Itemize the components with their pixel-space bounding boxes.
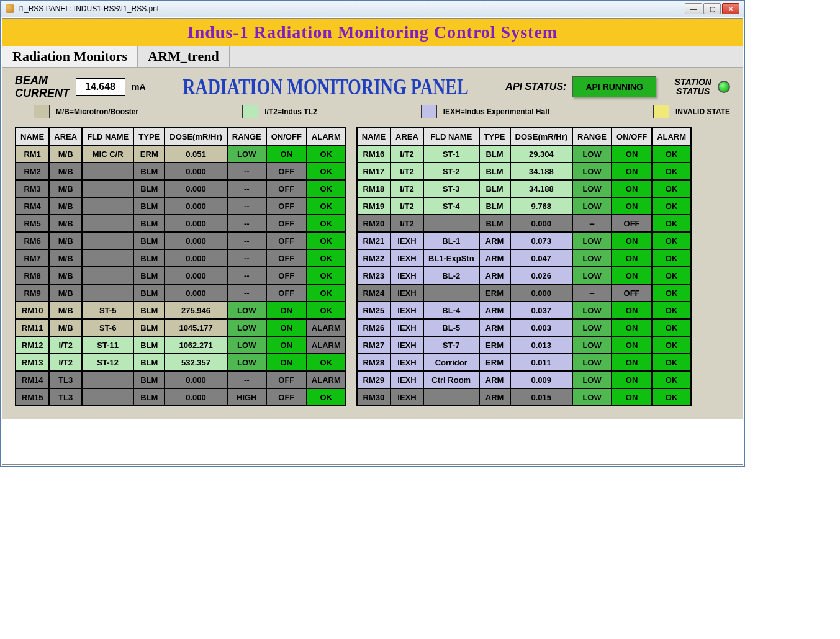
cell-fld: BL-5 (423, 319, 479, 336)
cell-dose: 0.000 (165, 215, 227, 232)
cell-area: TL3 (49, 388, 82, 406)
cell-onoff: ON (612, 180, 652, 197)
cell-fld: ST-12 (82, 354, 133, 371)
station-status-label: STATION STATUS (675, 78, 711, 97)
col-header-range: RANGE (227, 128, 266, 145)
table-row: RM30IEXHARM0.015LOWONOK (357, 388, 691, 406)
cell-type: ARM (479, 302, 510, 319)
cell-onoff: ON (612, 267, 652, 284)
cell-alarm: OK (307, 267, 346, 284)
cell-onoff: OFF (266, 197, 307, 215)
cell-onoff: OFF (612, 284, 652, 302)
cell-name: RM6 (16, 232, 49, 249)
cell-area: IEXH (391, 354, 423, 371)
cell-range: LOW (572, 145, 612, 163)
col-header-alarm: ALARM (652, 128, 691, 145)
cell-area: IEXH (391, 388, 423, 406)
col-header-type: TYPE (479, 128, 510, 145)
cell-type: BLM (133, 302, 165, 319)
cell-range: LOW (572, 336, 612, 354)
cell-fld (82, 180, 133, 197)
cell-name: RM24 (357, 284, 391, 302)
client-area[interactable]: Indus-1 Radiation Monitoring Control Sys… (2, 18, 743, 465)
table-row: RM29IEXHCtrl RoomARM0.009LOWONOK (357, 371, 691, 388)
cell-alarm: OK (307, 197, 346, 215)
cell-type: ARM (479, 371, 510, 388)
cell-dose: 0.000 (165, 180, 227, 197)
cell-area: IEXH (391, 336, 423, 354)
cell-onoff: OFF (266, 371, 307, 388)
app-icon (6, 4, 14, 13)
cell-range: -- (227, 180, 266, 197)
cell-fld: MIC C/R (82, 145, 133, 163)
cell-range: -- (227, 284, 266, 302)
legend-swatch-iexh (421, 105, 437, 118)
cell-alarm: OK (652, 284, 691, 302)
cell-type: BLM (479, 163, 510, 180)
table-row: RM24IEXHERM0.000--OFFOK (357, 284, 691, 302)
cell-name: RM27 (357, 336, 391, 354)
tab-arm-trend[interactable]: ARM_trend (138, 46, 229, 67)
minimize-button[interactable]: — (685, 3, 702, 14)
cell-area: I/T2 (391, 163, 423, 180)
cell-dose: 0.000 (165, 232, 227, 249)
cell-dose: 0.051 (165, 145, 227, 163)
cell-alarm: OK (307, 215, 346, 232)
cell-fld: BL1-ExpStn (423, 249, 479, 267)
tab-radiation-monitors[interactable]: Radiation Monitors (2, 46, 138, 67)
cell-name: RM12 (16, 336, 49, 354)
cell-fld: ST-5 (82, 302, 133, 319)
cell-range: LOW (572, 180, 612, 197)
cell-name: RM29 (357, 371, 391, 388)
cell-area: M/B (49, 302, 82, 319)
cell-alarm: OK (652, 215, 691, 232)
table-row: RM20I/T2BLM0.000--OFFOK (357, 215, 691, 232)
cell-area: IEXH (391, 232, 423, 249)
cell-range: LOW (227, 336, 266, 354)
station-status-led (718, 81, 730, 93)
legend-label-it2: I/T2=Indus TL2 (264, 107, 317, 116)
titlebar: I1_RSS PANEL: INDUS1-RSS\I1_RSS.pnl — ▢ … (1, 1, 744, 17)
cell-area: I/T2 (391, 145, 423, 163)
cell-onoff: ON (612, 336, 652, 354)
cell-dose: 0.000 (165, 388, 227, 406)
maximize-button[interactable]: ▢ (703, 3, 721, 14)
cell-range: LOW (572, 249, 612, 267)
cell-alarm: ALARM (307, 336, 346, 354)
table-row: RM21IEXHBL-1ARM0.073LOWONOK (357, 232, 691, 249)
cell-fld: ST-11 (82, 336, 133, 354)
cell-type: ARM (479, 319, 510, 336)
cell-range: LOW (572, 232, 612, 249)
cell-dose: 0.000 (165, 249, 227, 267)
cell-dose: 0.073 (510, 232, 573, 249)
close-button[interactable]: ✕ (722, 3, 739, 14)
cell-name: RM16 (357, 145, 391, 163)
cell-fld: ST-3 (423, 180, 479, 197)
cell-name: RM10 (16, 302, 49, 319)
table-row: RM8M/BBLM0.000--OFFOK (16, 267, 346, 284)
cell-fld: BL-1 (423, 232, 479, 249)
cell-onoff: ON (612, 232, 652, 249)
cell-dose: 0.047 (510, 249, 573, 267)
cell-name: RM30 (357, 388, 391, 406)
col-header-range: RANGE (572, 128, 612, 145)
cell-range: -- (572, 215, 612, 232)
cell-name: RM17 (357, 163, 391, 180)
cell-area: IEXH (391, 319, 423, 336)
api-status-value: API RUNNING (572, 76, 656, 97)
cell-area: M/B (49, 215, 82, 232)
col-header-alarm: ALARM (307, 128, 346, 145)
beam-current-value: 14.648 (76, 78, 125, 96)
col-header-name: NAME (16, 128, 49, 145)
cell-dose: 34.188 (510, 180, 573, 197)
cell-area: M/B (49, 267, 82, 284)
cell-area: M/B (49, 284, 82, 302)
cell-range: LOW (227, 354, 266, 371)
banner-title: Indus-1 Radiation Monitoring Control Sys… (2, 19, 743, 46)
cell-dose: 0.037 (510, 302, 573, 319)
col-header-dose: DOSE(mR/Hr) (165, 128, 227, 145)
cell-dose: 0.000 (165, 371, 227, 388)
cell-onoff: ON (612, 249, 652, 267)
cell-area: I/T2 (391, 215, 423, 232)
cell-fld (82, 197, 133, 215)
